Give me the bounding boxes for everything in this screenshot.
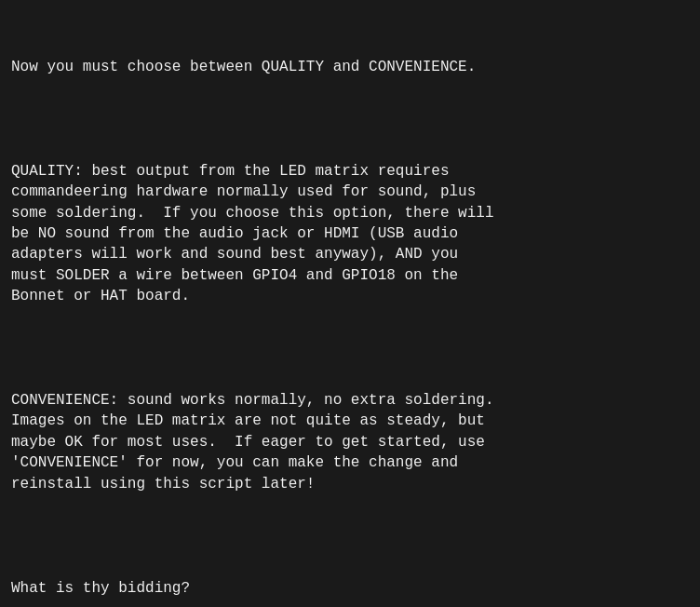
intro-line: Now you must choose between QUALITY and … <box>11 57 689 77</box>
convenience-block: CONVENIENCE: sound works normally, no ex… <box>11 390 689 494</box>
quality-block: QUALITY: best output from the LED matrix… <box>11 161 689 307</box>
terminal-output: Now you must choose between QUALITY and … <box>11 15 689 607</box>
bidding-prompt: What is thy bidding? <box>11 578 689 599</box>
